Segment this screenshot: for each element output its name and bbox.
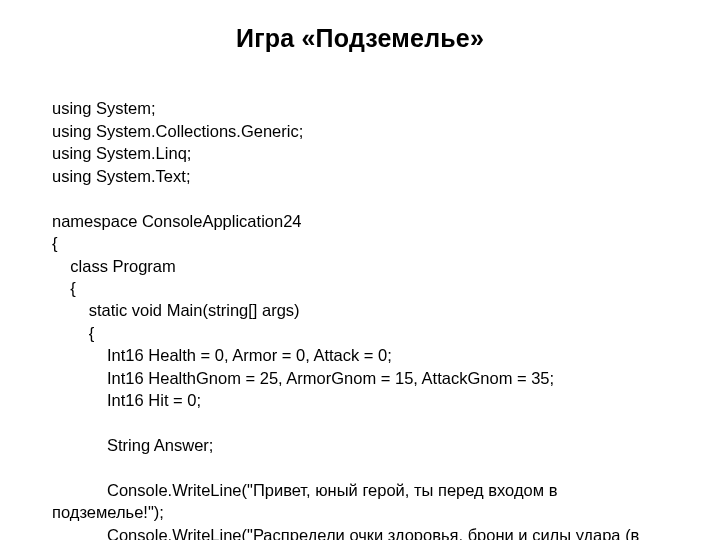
code-line: class Program [52,257,176,275]
code-line: { [52,324,94,342]
code-line: namespace ConsoleApplication24 [52,212,302,230]
code-line: Int16 HealthGnom = 25, ArmorGnom = 15, A… [52,369,554,387]
code-line: Int16 Health = 0, Armor = 0, Attack = 0; [52,346,392,364]
code-line: { [52,279,76,297]
code-line: Console.WriteLine("Распредели очки здоро… [52,526,644,540]
code-line: using System.Collections.Generic; [52,122,303,140]
code-line: static void Main(string[] args) [52,301,300,319]
code-line: { [52,234,58,252]
code-line: using System.Text; [52,167,190,185]
code-block: using System; using System.Collections.G… [52,75,668,540]
code-line: using System.Linq; [52,144,191,162]
slide-title: Игра «Подземелье» [52,24,668,53]
code-line: using System; [52,99,156,117]
slide: Игра «Подземелье» using System; using Sy… [0,0,720,540]
code-line: Console.WriteLine("Привет, юный герой, т… [52,481,562,521]
code-line: String Answer; [52,436,213,454]
code-line: Int16 Hit = 0; [52,391,201,409]
